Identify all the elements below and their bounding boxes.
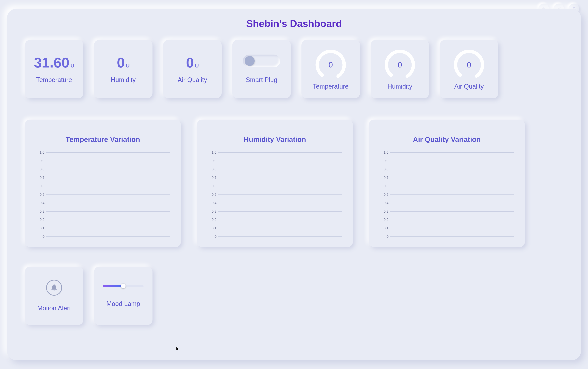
- chart-tick-label: 0.7: [378, 176, 388, 180]
- chart-tick-label: 0.9: [378, 159, 388, 163]
- chart-tick-label: 0.7: [34, 176, 44, 180]
- humidity-chart-card: Humidity Variation 1.00.90.80.70.60.50.4…: [197, 120, 353, 247]
- smartplug-toggle-knob: [245, 56, 255, 66]
- airquality-unit: U: [195, 63, 199, 69]
- chart-tick-label: 0: [378, 235, 388, 239]
- bottom-row: Motion Alert Mood Lamp: [25, 267, 563, 325]
- chart-tick-label: 0.2: [206, 218, 217, 222]
- chart-tick-label: 0.6: [378, 184, 388, 188]
- airquality-gauge-card: 0 Air Quality: [440, 40, 498, 98]
- page-title: Shebin's Dashboard: [25, 18, 563, 29]
- humidity-gauge: 0: [383, 48, 417, 82]
- humidity-value-wrap: 0 U: [117, 55, 130, 71]
- temperature-value: 31.60: [34, 55, 69, 71]
- humidity-label: Humidity: [111, 76, 136, 84]
- airquality-label: Air Quality: [178, 76, 207, 84]
- top-cards-row: 31.60 U Temperature 0 U Humidity 0 U Air…: [25, 40, 563, 98]
- chart-tick-label: 0.5: [378, 192, 388, 197]
- airquality-gauge-label: Air Quality: [454, 83, 484, 90]
- chart-tick-label: 0.8: [34, 167, 44, 171]
- temperature-gauge-card: 0 Temperature: [301, 40, 360, 98]
- temperature-gauge-label: Temperature: [313, 83, 349, 90]
- airquality-value-wrap: 0 U: [186, 55, 199, 71]
- bell-icon-circle[interactable]: [46, 280, 62, 296]
- chart-tick-label: 1.0: [206, 150, 217, 154]
- chart-tick-label: 0.7: [206, 176, 217, 180]
- airquality-chart-area: 1.00.90.80.70.60.50.40.30.20.10: [378, 152, 516, 237]
- chart-tick-label: 0.8: [206, 167, 217, 171]
- temperature-label: Temperature: [36, 76, 72, 84]
- chart-tick-label: 0.9: [34, 159, 44, 163]
- motion-alert-card: Motion Alert: [25, 267, 83, 325]
- chart-tick-label: 0.3: [206, 209, 217, 213]
- smartplug-label: Smart Plug: [246, 76, 277, 84]
- svg-point-2: [452, 48, 486, 82]
- chart-tick-label: 0: [34, 235, 44, 239]
- bell-icon: [50, 283, 58, 292]
- smartplug-toggle[interactable]: [243, 55, 280, 67]
- chart-tick-label: 0.8: [378, 167, 388, 171]
- chart-tick-label: 0.9: [206, 159, 217, 163]
- smartplug-card: Smart Plug: [232, 40, 291, 98]
- humidity-gauge-card: 0 Humidity: [371, 40, 429, 98]
- chart-tick-label: 0.1: [378, 226, 388, 230]
- mood-lamp-card: Mood Lamp: [94, 267, 153, 325]
- chart-tick-label: 0: [206, 235, 217, 239]
- chart-tick-label: 0.2: [378, 218, 388, 222]
- chart-tick-label: 1.0: [378, 150, 388, 154]
- temperature-chart-card: Temperature Variation 1.00.90.80.70.60.5…: [25, 120, 181, 247]
- temperature-gauge: 0: [314, 48, 347, 82]
- airquality-chart-title: Air Quality Variation: [378, 136, 516, 143]
- dashboard-panel: Shebin's Dashboard 31.60 U Temperature 0…: [7, 9, 581, 360]
- svg-point-1: [383, 48, 417, 82]
- chart-tick-label: 0.5: [34, 192, 44, 197]
- chart-tick-label: 0.5: [206, 192, 217, 197]
- temperature-card: 31.60 U Temperature: [25, 40, 83, 98]
- chart-row: Temperature Variation 1.00.90.80.70.60.5…: [25, 120, 563, 247]
- chart-tick-label: 1.0: [34, 150, 44, 154]
- humidity-chart-area: 1.00.90.80.70.60.50.40.30.20.10: [206, 152, 344, 237]
- temperature-chart-area: 1.00.90.80.70.60.50.40.30.20.10: [34, 152, 172, 237]
- chart-tick-label: 0.2: [34, 218, 44, 222]
- chart-tick-label: 0.4: [34, 201, 44, 205]
- chart-tick-label: 0.3: [34, 209, 44, 213]
- temperature-chart-title: Temperature Variation: [34, 136, 172, 143]
- humidity-gauge-label: Humidity: [388, 83, 412, 90]
- temperature-unit: U: [70, 63, 74, 69]
- chart-tick-label: 0.3: [378, 209, 388, 213]
- humidity-value: 0: [117, 55, 125, 71]
- airquality-chart-card: Air Quality Variation 1.00.90.80.70.60.5…: [369, 120, 525, 247]
- humidity-unit: U: [126, 63, 130, 69]
- mood-lamp-label: Mood Lamp: [106, 300, 140, 308]
- chart-tick-label: 0.1: [34, 226, 44, 230]
- humidity-chart-title: Humidity Variation: [206, 136, 344, 143]
- airquality-gauge: 0: [452, 48, 486, 82]
- svg-point-0: [314, 48, 347, 82]
- humidity-card: 0 U Humidity: [94, 40, 153, 98]
- chart-tick-label: 0.1: [206, 226, 217, 230]
- chart-tick-label: 0.4: [378, 201, 388, 205]
- mood-lamp-slider-knob: [121, 283, 126, 289]
- chart-tick-label: 0.6: [206, 184, 217, 188]
- chart-tick-label: 0.4: [206, 201, 217, 205]
- airquality-card: 0 U Air Quality: [163, 40, 222, 98]
- temperature-value-wrap: 31.60 U: [34, 55, 74, 71]
- mood-lamp-slider-fill: [103, 285, 122, 287]
- mood-lamp-slider[interactable]: [103, 284, 144, 288]
- airquality-value: 0: [186, 55, 194, 71]
- motion-alert-label: Motion Alert: [37, 305, 71, 312]
- chart-tick-label: 0.6: [34, 184, 44, 188]
